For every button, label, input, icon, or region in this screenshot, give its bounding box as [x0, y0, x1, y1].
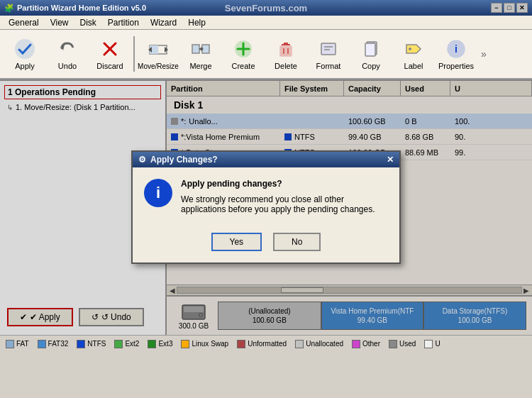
legend-unformat-square: [237, 340, 245, 348]
legend-unformat: Unformatted: [237, 340, 287, 348]
menu-bar: General View Disk Partition Wizard Help: [0, 16, 532, 30]
merge-icon: [189, 38, 212, 60]
legend-fat32-square: [38, 340, 46, 348]
properties-label: Properties: [438, 62, 474, 70]
legend-ntfs-label: NTFS: [87, 340, 106, 348]
legend-linux-label: Linux Swap: [192, 340, 228, 348]
menu-help[interactable]: Help: [182, 16, 211, 29]
svg-rect-8: [192, 45, 199, 53]
menu-view[interactable]: View: [45, 16, 74, 29]
legend-fat-label: FAT: [16, 340, 29, 348]
legend-ext2-label: Ext2: [125, 340, 139, 348]
app-icon: 🧩: [4, 4, 14, 13]
properties-button[interactable]: i Properties: [436, 33, 477, 75]
create-label: Create: [231, 62, 255, 70]
label-icon: [402, 38, 425, 60]
label-button[interactable]: Label: [393, 33, 434, 75]
dialog-question: Apply pending changes?: [181, 179, 388, 189]
format-button[interactable]: Format: [308, 33, 349, 75]
move-resize-icon: [147, 38, 170, 61]
apply-toolbar-button[interactable]: Apply: [4, 33, 45, 75]
legend-used-label: Used: [399, 340, 416, 348]
svg-rect-15: [280, 46, 292, 56]
delete-icon: [275, 38, 297, 60]
legend-other-square: [352, 340, 360, 348]
legend-other: Other: [352, 340, 380, 348]
legend-ntfs-square: [77, 340, 85, 348]
legend-used: Used: [389, 340, 416, 348]
discard-icon: [99, 38, 121, 60]
create-button[interactable]: Create: [223, 33, 264, 75]
legend-unalloc: Unallocated: [295, 340, 343, 348]
legend-ext3: Ext3: [148, 340, 172, 348]
delete-label: Delete: [275, 62, 297, 70]
delete-button[interactable]: Delete: [265, 33, 306, 75]
undo-toolbar-button[interactable]: Undo: [47, 33, 88, 75]
svg-rect-20: [321, 43, 336, 55]
discard-toolbar-button[interactable]: Discard: [89, 33, 131, 75]
legend-fat32-label: FAT32: [48, 340, 69, 348]
dialog-overlay: ⚙ Apply Changes? ✕ i Apply pending chang…: [0, 79, 532, 335]
legend-ext2-square: [114, 340, 123, 348]
title-bar: 🧩 Partition Wizard Home Edition v5.0 Sev…: [0, 0, 532, 16]
restore-button[interactable]: □: [504, 3, 515, 13]
legend-unformat-label: Unformatted: [248, 340, 287, 348]
apply-label: Apply: [15, 62, 35, 70]
legend-u-square: [424, 340, 433, 348]
dialog-buttons: Yes No: [133, 226, 399, 262]
discard-label: Discard: [96, 62, 123, 70]
apply-changes-dialog: ⚙ Apply Changes? ✕ i Apply pending chang…: [131, 150, 401, 264]
minimize-button[interactable]: −: [491, 3, 502, 13]
legend-linux-square: [181, 340, 189, 348]
create-icon: [232, 38, 255, 60]
properties-icon: i: [445, 38, 467, 60]
legend-fat: FAT: [6, 340, 29, 348]
legend-unalloc-square: [295, 340, 304, 348]
move-resize-label: Move/Resize: [138, 62, 179, 70]
dialog-warning: We strongly recommend you close all othe…: [181, 194, 388, 214]
format-icon: [317, 38, 340, 60]
copy-button[interactable]: Copy: [350, 33, 392, 75]
legend-ext2: Ext2: [114, 340, 139, 348]
merge-label: Merge: [189, 62, 211, 70]
apply-icon: [13, 38, 36, 60]
dialog-text: Apply pending changes? We strongly recom…: [181, 179, 388, 214]
copy-icon: [360, 38, 382, 60]
legend-ext3-label: Ext3: [158, 340, 172, 348]
menu-general[interactable]: General: [3, 16, 45, 29]
undo-label: Undo: [58, 62, 77, 70]
svg-point-25: [409, 48, 411, 50]
yes-button[interactable]: Yes: [211, 233, 262, 251]
dialog-title-bar: ⚙ Apply Changes? ✕: [133, 152, 399, 167]
label-label: Label: [404, 62, 423, 70]
legend-linux: Linux Swap: [181, 340, 228, 348]
legend-used-square: [389, 340, 397, 348]
svg-text:i: i: [455, 43, 458, 55]
dialog-info-icon: i: [144, 179, 172, 207]
no-button[interactable]: No: [273, 233, 321, 251]
dialog-close-button[interactable]: ✕: [387, 155, 394, 165]
menu-partition[interactable]: Partition: [102, 16, 145, 29]
legend-ext3-square: [148, 340, 156, 348]
legend-u-label: U: [435, 340, 440, 348]
legend-u: U: [424, 340, 440, 348]
menu-wizard[interactable]: Wizard: [145, 16, 182, 29]
dialog-title-icon: ⚙: [138, 155, 146, 165]
legend-bar: FAT FAT32 NTFS Ext2 Ext3 Linux Swap Unfo…: [0, 335, 532, 352]
format-label: Format: [316, 62, 341, 70]
legend-fat-square: [6, 340, 14, 348]
legend-other-label: Other: [362, 340, 380, 348]
move-resize-button[interactable]: Move/Resize: [138, 33, 179, 75]
copy-label: Copy: [362, 62, 380, 70]
toolbar-more[interactable]: »: [478, 33, 489, 75]
undo-icon: [56, 38, 79, 60]
legend-ntfs: NTFS: [77, 340, 106, 348]
merge-button[interactable]: Merge: [180, 33, 221, 75]
toolbar-sep-1: [133, 36, 135, 72]
main-area: 1 Operations Pending ↳ 1. Move/Resize: (…: [0, 79, 532, 335]
toolbar: Apply Undo Discard Move: [0, 30, 532, 79]
watermark: SevenForums.com: [225, 3, 307, 13]
menu-disk[interactable]: Disk: [74, 16, 102, 29]
legend-fat32: FAT32: [38, 340, 69, 348]
close-button[interactable]: ✕: [516, 3, 528, 13]
